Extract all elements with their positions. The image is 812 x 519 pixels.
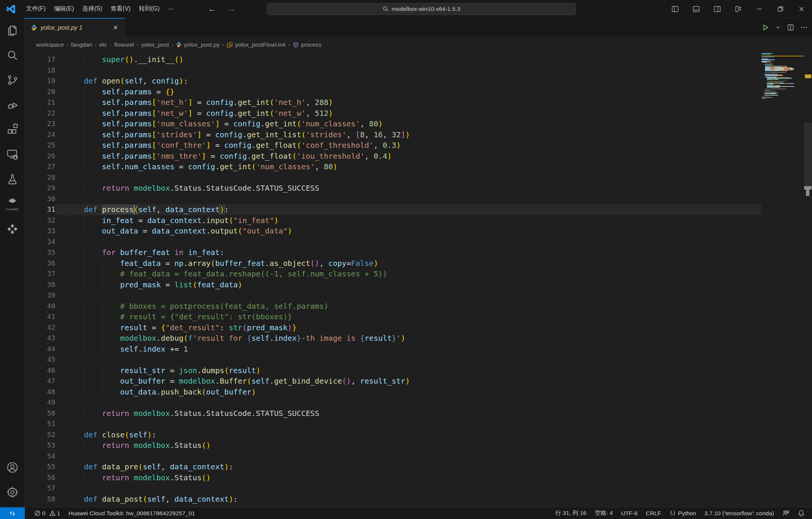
code-line-55[interactable]: 55 def data_pre(self, data_context): bbox=[25, 461, 812, 472]
extensions-icon[interactable] bbox=[0, 117, 25, 142]
breadcrumb-yolox-post-dir[interactable]: yolox_post bbox=[141, 41, 169, 48]
run-debug-icon[interactable] bbox=[0, 93, 25, 117]
code-line-22[interactable]: 22 self.params['net_w'] = config.get_int… bbox=[25, 108, 812, 119]
restore-button[interactable] bbox=[770, 0, 791, 18]
indentation-status[interactable]: 空格: 4 bbox=[591, 507, 617, 519]
explorer-icon[interactable] bbox=[0, 18, 25, 43]
code-line-57[interactable]: 57 bbox=[25, 483, 812, 494]
remote-indicator[interactable] bbox=[0, 507, 25, 519]
code-line-35[interactable]: 35 for buffer_feat in in_feat: bbox=[25, 247, 812, 258]
search-view-icon[interactable] bbox=[0, 43, 25, 68]
code-line-23[interactable]: 23 self.params['num_classes'] = config.g… bbox=[25, 118, 812, 129]
eol-status[interactable]: CRLF bbox=[642, 507, 665, 519]
code-line-44[interactable]: 44 self.index += 1 bbox=[25, 344, 812, 355]
code-line-33[interactable]: 33 out_data = data_context.output("out_d… bbox=[25, 226, 812, 237]
code-line-20[interactable]: 20 self.params = {} bbox=[25, 86, 812, 97]
accounts-icon[interactable] bbox=[0, 455, 25, 480]
code-line-18[interactable]: 18 bbox=[25, 65, 812, 76]
settings-gear-icon[interactable] bbox=[0, 480, 25, 505]
code-line-47[interactable]: 47 out_buffer = modelbox.Buffer(self.get… bbox=[25, 376, 812, 387]
code-line-24[interactable]: 24 self.params['strides'] = config.get_i… bbox=[25, 129, 812, 140]
cursor-position-status[interactable]: 行 31, 列 16 bbox=[551, 507, 591, 519]
toggle-secondary-sidebar-icon[interactable] bbox=[707, 0, 728, 18]
modelbox-icon[interactable] bbox=[0, 217, 25, 241]
code-line-29[interactable]: 29 return modelbox.Status.StatusCode.STA… bbox=[25, 183, 812, 194]
code-line-19[interactable]: 19 def open(self, config): bbox=[25, 76, 812, 86]
breadcrumb-workspace[interactable]: workspace bbox=[36, 41, 64, 48]
code-line-21[interactable]: 21 self.params['net_h'] = config.get_int… bbox=[25, 97, 812, 108]
split-editor-icon[interactable] bbox=[786, 23, 795, 32]
code-line-32[interactable]: 32 in_feat = data_context.input("in_feat… bbox=[25, 215, 812, 226]
code-line-53[interactable]: 53 return modelbox.Status() bbox=[25, 440, 812, 451]
minimize-button[interactable] bbox=[749, 0, 770, 18]
menu-selection[interactable]: 选择(S) bbox=[78, 3, 106, 15]
feedback-icon[interactable] bbox=[778, 507, 794, 519]
code-line-41[interactable]: 41 # result = {"det_result": str(bboxes)… bbox=[25, 311, 812, 322]
breadcrumb-process-method[interactable]: process bbox=[293, 41, 321, 48]
language-mode-status[interactable]: Python bbox=[665, 507, 700, 519]
python-interpreter-status[interactable]: 3.7.10 ('tensorflow': conda) bbox=[700, 507, 778, 519]
code-area[interactable]: 17 super().__init__()1819 def open(self,… bbox=[25, 54, 812, 504]
code-line-54[interactable]: 54 bbox=[25, 451, 812, 462]
code-line-37[interactable]: 37 # feat_data = feat_data.reshape((-1, … bbox=[25, 269, 812, 279]
code-line-17[interactable]: 17 super().__init__() bbox=[25, 54, 812, 65]
breadcrumb-flowunit[interactable]: flowunit bbox=[114, 41, 134, 48]
testing-icon[interactable] bbox=[0, 167, 25, 192]
problems-status[interactable]: 0 1 bbox=[30, 507, 64, 519]
code-line-42[interactable]: 42 result = {"det_result": str(pred_mask… bbox=[25, 322, 812, 333]
run-python-file-icon[interactable] bbox=[760, 22, 771, 33]
tab-close-icon[interactable]: ✕ bbox=[111, 23, 120, 32]
code-line-51[interactable]: 51 bbox=[25, 419, 812, 429]
toggle-primary-sidebar-icon[interactable] bbox=[665, 0, 686, 18]
code-line-25[interactable]: 25 self.params['conf_thre'] = config.get… bbox=[25, 140, 812, 151]
editor-group: 17 super().__init__()1819 def open(self,… bbox=[25, 53, 812, 507]
menu-file[interactable]: 文件(F) bbox=[22, 3, 50, 15]
tab-yolox-post-py[interactable]: yolox_post.py 1 ✕ bbox=[25, 18, 125, 36]
code-line-40[interactable]: 40 # bboxes = postprocess(feat_data, sel… bbox=[25, 301, 812, 312]
line-number: 46 bbox=[25, 365, 55, 376]
menu-goto[interactable]: 转到(G) bbox=[135, 3, 164, 15]
breadcrumb-fangdan[interactable]: fangdan bbox=[71, 41, 92, 48]
code-line-38[interactable]: 38 pred_mask = list(feat_data) bbox=[25, 279, 812, 290]
encoding-status[interactable]: UTF-8 bbox=[617, 507, 642, 519]
code-line-50[interactable]: 50 return modelbox.Status.StatusCode.STA… bbox=[25, 408, 812, 419]
code-line-28[interactable]: 28 bbox=[25, 172, 812, 183]
command-center-search[interactable]: modelbox-win10-x64-1.5.3 bbox=[267, 3, 576, 15]
close-window-button[interactable] bbox=[791, 0, 812, 18]
back-button[interactable]: ← bbox=[205, 4, 220, 14]
source-control-icon[interactable] bbox=[0, 68, 25, 93]
code-line-56[interactable]: 56 return modelbox.Status() bbox=[25, 472, 812, 483]
menu-overflow[interactable]: ⋯ bbox=[164, 3, 178, 14]
minimap[interactable] bbox=[762, 53, 804, 507]
menu-edit[interactable]: 编辑(E) bbox=[50, 3, 78, 15]
code-line-48[interactable]: 48 out_data.push_back(out_buffer) bbox=[25, 387, 812, 398]
customize-layout-icon[interactable] bbox=[728, 0, 749, 18]
menu-view[interactable]: 查看(V) bbox=[106, 3, 135, 15]
code-line-39[interactable]: 39 bbox=[25, 290, 812, 301]
run-dropdown-chevron-icon[interactable] bbox=[774, 24, 782, 31]
code-line-52[interactable]: 52 def close(self): bbox=[25, 429, 812, 440]
notifications-bell-icon[interactable] bbox=[794, 507, 809, 519]
code-line-43[interactable]: 43 modelbox.debug(f'result for {self.ind… bbox=[25, 333, 812, 344]
toggle-panel-icon[interactable] bbox=[686, 0, 707, 18]
code-line-27[interactable]: 27 self.num_classes = config.get_int('nu… bbox=[25, 161, 812, 172]
code-line-58[interactable]: 58 def data_post(self, data_context): bbox=[25, 494, 812, 505]
code-line-45[interactable]: 45 bbox=[25, 354, 812, 365]
more-actions-icon[interactable] bbox=[799, 23, 809, 32]
scrollbar-thumb[interactable] bbox=[804, 123, 812, 187]
breadcrumb-yolox-post-file[interactable]: yolox_post.py bbox=[176, 41, 220, 48]
code-line-30[interactable]: 30 bbox=[25, 194, 812, 205]
overview-ruler-scrollbar[interactable] bbox=[804, 53, 812, 507]
code-line-49[interactable]: 49 bbox=[25, 397, 812, 408]
code-line-46[interactable]: 46 result_str = json.dumps(result) bbox=[25, 365, 812, 376]
forward-button[interactable]: → bbox=[225, 4, 239, 14]
remote-explorer-icon[interactable] bbox=[0, 142, 25, 167]
breadcrumb-etc[interactable]: etc bbox=[99, 41, 107, 48]
huawei-toolkit-status[interactable]: Huawei Cloud Toolkit: hw_008617864229257… bbox=[64, 507, 199, 519]
code-line-34[interactable]: 34 bbox=[25, 237, 812, 247]
huawei-cloud-icon[interactable]: HUAWEI bbox=[0, 192, 25, 217]
breadcrumb-flowunit-class[interactable]: yolox_postFlowUnit bbox=[227, 41, 285, 48]
code-line-26[interactable]: 26 self.params['nms_thre'] = config.get_… bbox=[25, 151, 812, 162]
code-line-36[interactable]: 36 feat_data = np.array(buffer_feat.as_o… bbox=[25, 258, 812, 269]
code-line-31[interactable]: 31 def process(self, data_context): bbox=[25, 204, 812, 215]
